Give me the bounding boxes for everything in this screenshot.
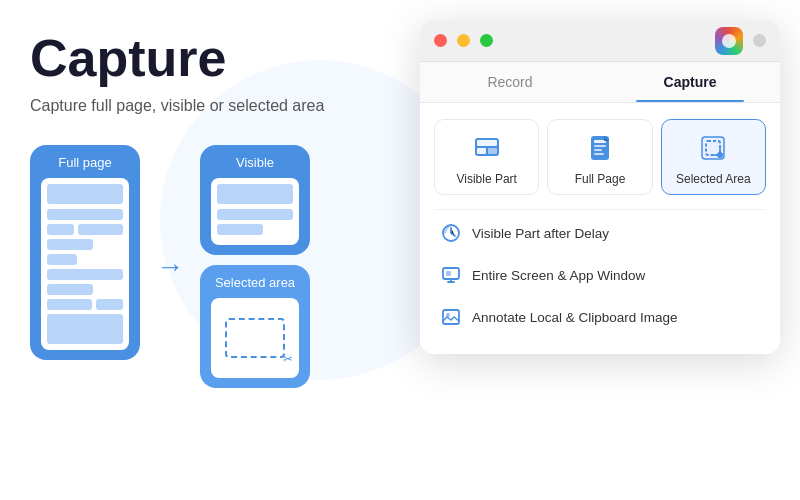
svg-rect-3 bbox=[488, 148, 497, 154]
list-option-annotate[interactable]: Annotate Local & Clipboard Image bbox=[434, 296, 766, 338]
mock-block bbox=[47, 254, 77, 265]
right-cards: Visible Selected area bbox=[200, 145, 310, 388]
visible-delay-label: Visible Part after Delay bbox=[472, 226, 609, 241]
page-subtitle: Capture full page, visible or selected a… bbox=[30, 97, 410, 115]
mock-row bbox=[47, 299, 123, 310]
window-titlebar bbox=[420, 20, 780, 62]
page-title: Capture bbox=[30, 30, 410, 87]
window-tabs: Record Capture bbox=[420, 62, 780, 103]
svg-rect-2 bbox=[477, 148, 486, 154]
mock-row-item bbox=[47, 299, 92, 310]
mock-block bbox=[217, 224, 263, 235]
mock-row-item bbox=[96, 299, 123, 310]
clock-icon bbox=[440, 222, 462, 244]
list-option-visible-delay[interactable]: Visible Part after Delay bbox=[434, 212, 766, 254]
svg-rect-6 bbox=[594, 145, 606, 147]
arrow-right: → bbox=[156, 251, 184, 283]
window-body: Visible Part Full Page bbox=[420, 103, 780, 354]
list-option-entire-screen[interactable]: Entire Screen & App Window bbox=[434, 254, 766, 296]
page-icon bbox=[584, 132, 616, 164]
traffic-light-minimize[interactable] bbox=[457, 34, 470, 47]
visible-label: Visible bbox=[236, 155, 274, 170]
mock-row-item bbox=[47, 224, 74, 235]
svg-rect-8 bbox=[594, 153, 604, 155]
app-icon-inner bbox=[722, 34, 736, 48]
selected-area-label: Selected Area bbox=[676, 172, 751, 186]
divider bbox=[434, 209, 766, 210]
mock-block bbox=[47, 239, 93, 250]
visible-mock bbox=[211, 178, 299, 245]
full-page-label: Full Page bbox=[575, 172, 626, 186]
mock-row bbox=[47, 224, 123, 235]
capture-option-visible-part[interactable]: Visible Part bbox=[434, 119, 539, 195]
tab-record[interactable]: Record bbox=[420, 62, 600, 102]
svg-rect-1 bbox=[477, 140, 497, 146]
full-page-label: Full page bbox=[58, 155, 111, 170]
selected-mock bbox=[211, 298, 299, 378]
capture-option-full-page[interactable]: Full Page bbox=[547, 119, 652, 195]
left-panel: Capture Capture full page, visible or se… bbox=[30, 30, 410, 388]
mock-header bbox=[217, 184, 293, 204]
capture-options-grid: Visible Part Full Page bbox=[434, 119, 766, 195]
dashed-selection-box bbox=[225, 318, 285, 358]
traffic-light-close[interactable] bbox=[434, 34, 447, 47]
app-window: Record Capture Visible Part bbox=[420, 20, 780, 354]
full-page-mock bbox=[41, 178, 129, 350]
tab-capture[interactable]: Capture bbox=[600, 62, 780, 102]
image-icon bbox=[440, 306, 462, 328]
visible-part-label: Visible Part bbox=[456, 172, 516, 186]
visible-card: Visible bbox=[200, 145, 310, 255]
svg-rect-14 bbox=[446, 271, 451, 276]
titlebar-button[interactable] bbox=[753, 34, 766, 47]
entire-screen-label: Entire Screen & App Window bbox=[472, 268, 645, 283]
illustration-row: Full page bbox=[30, 145, 410, 388]
mock-bottom bbox=[47, 314, 123, 344]
svg-rect-15 bbox=[443, 310, 459, 324]
traffic-light-maximize[interactable] bbox=[480, 34, 493, 47]
mock-block bbox=[47, 269, 123, 280]
annotate-label: Annotate Local & Clipboard Image bbox=[472, 310, 678, 325]
selected-area-card: Selected area bbox=[200, 265, 310, 388]
screen-icon bbox=[440, 264, 462, 286]
capture-option-selected-area[interactable]: Selected Area bbox=[661, 119, 766, 195]
svg-rect-7 bbox=[594, 149, 602, 151]
window-icon bbox=[471, 132, 503, 164]
mock-row-item bbox=[78, 224, 123, 235]
mock-block bbox=[47, 284, 93, 295]
crop-icon bbox=[697, 132, 729, 164]
mock-block bbox=[47, 209, 123, 220]
mock-block bbox=[217, 209, 293, 220]
app-icon bbox=[715, 27, 743, 55]
selected-area-label: Selected area bbox=[215, 275, 295, 290]
mock-header bbox=[47, 184, 123, 204]
full-page-card: Full page bbox=[30, 145, 140, 360]
